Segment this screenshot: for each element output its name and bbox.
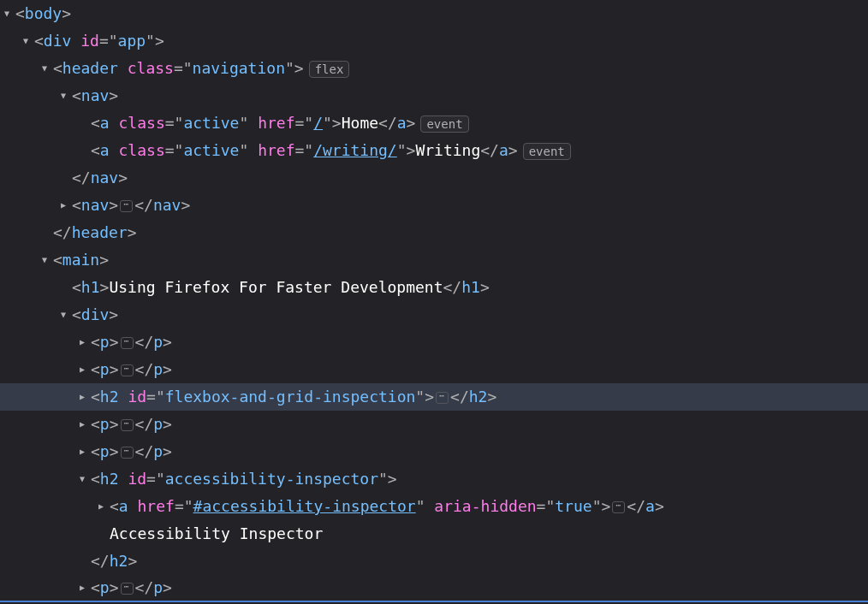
node-content: <div id="app"> [34,27,164,55]
tree-row[interactable]: </header> [0,219,868,246]
twisty-icon[interactable]: ▼ [0,0,14,27]
node-content: </nav> [72,164,128,192]
tag-name: main [62,251,99,269]
tag-name: p [153,578,163,596]
tree-row[interactable]: ▶<nav>⋯</nav> [0,192,868,219]
tree-row[interactable]: <a class="active" href="/writing/">Writi… [0,137,868,164]
attr-name: id [80,32,99,50]
twisty-icon[interactable]: ▶ [94,493,108,520]
tag-name: a [499,141,508,159]
twisty-icon[interactable]: ▼ [38,55,51,82]
twisty-icon[interactable]: ▼ [56,82,70,110]
attr-value: accessibility-inspector [165,470,378,488]
attr-name: id [128,470,146,488]
tree-row[interactable]: ▼<body> [0,0,868,27]
twisty-icon[interactable]: ▶ [75,356,89,383]
tag-name: nav [81,86,110,104]
tag-name: div [81,305,110,323]
tree-row[interactable]: </nav> [0,164,868,192]
tree-row[interactable]: ▼<nav> [0,82,868,110]
node-content: <p>⋯</p> [91,356,172,383]
ellipsis-icon[interactable]: ⋯ [121,583,134,595]
tag-name: header [62,59,118,77]
attr-name: href [258,114,294,132]
node-content: <nav> [72,82,118,110]
tag-name: p [153,333,163,351]
tree-row[interactable]: ▼<div> [0,301,868,329]
tree-row[interactable]: ▶<h2 id="flexbox-and-grid-inspection">⋯<… [0,383,868,411]
ellipsis-icon[interactable]: ⋯ [121,419,134,431]
tree-row[interactable]: <h1>Using Firefox For Faster Development… [0,274,868,301]
tag-name: a [119,497,128,515]
tag-name: p [100,415,110,433]
twisty-icon[interactable]: ▼ [38,246,51,274]
tag-name: h2 [110,552,128,570]
twisty-icon[interactable]: ▼ [75,465,89,493]
tree-row[interactable]: ▼<div id="app"> [0,27,868,55]
tree-row[interactable]: ▼<main> [0,246,868,274]
twisty-icon[interactable]: ▶ [56,192,70,219]
tree-row[interactable]: ▶<p>⋯</p> [0,356,868,383]
tag-name: p [100,333,110,351]
attr-value: /writing/ [313,141,397,159]
event-badge[interactable]: event [420,115,468,133]
text-content: Home [342,114,378,132]
attr-name: class [128,59,174,77]
attr-name: class [119,141,165,159]
attr-value: / [313,114,323,132]
attr-name: aria-hidden [434,497,536,515]
tree-row[interactable]: <a class="active" href="/">Home</a>event [0,110,868,137]
tree-row[interactable]: </h2> [0,548,868,575]
tag-name: nav [153,196,181,214]
tag-name: body [25,4,62,22]
tree-row[interactable]: ▶<p>⋯</p> [0,438,868,465]
ellipsis-icon[interactable]: ⋯ [121,447,134,459]
node-content: <div> [72,301,118,329]
twisty-icon[interactable]: ▶ [75,438,89,465]
attr-value: app [118,32,146,50]
event-badge[interactable]: event [523,143,571,160]
twisty-icon[interactable]: ▼ [19,27,33,55]
twisty-icon[interactable]: ▶ [75,411,89,438]
tag-name: p [100,442,110,460]
twisty-icon[interactable]: ▶ [75,329,89,356]
tree-row[interactable]: Accessibility Inspector [0,520,868,548]
node-content: <p>⋯</p> [91,329,172,356]
ellipsis-icon[interactable]: ⋯ [120,200,133,212]
twisty-icon[interactable]: ▶ [75,383,89,411]
ellipsis-icon[interactable]: ⋯ [121,364,134,376]
attr-name: href [258,141,294,159]
tag-name: a [397,114,407,132]
attr-value: flexbox-and-grid-inspection [165,388,416,406]
dom-tree[interactable]: ▼<body>▼<div id="app">▼<header class="na… [0,0,868,602]
tree-row[interactable]: ▶<p>⋯</p> [0,575,868,602]
tag-name: p [153,415,163,433]
text-content: Writing [415,141,480,159]
twisty-icon[interactable]: ▶ [75,574,89,601]
flex-badge[interactable]: flex [309,61,350,78]
attr-value: active [183,114,239,132]
node-content: <body> [15,0,71,27]
tag-name: p [100,578,110,596]
node-content: <a class="active" href="/writing/">Writi… [91,137,571,164]
ellipsis-icon[interactable]: ⋯ [121,337,134,349]
tree-row[interactable]: ▼<header class="navigation">flex [0,55,868,82]
node-content: <p>⋯</p> [91,438,172,465]
tree-row[interactable]: ▼<h2 id="accessibility-inspector"> [0,465,868,493]
attr-name: id [128,388,146,406]
node-content: <p>⋯</p> [91,411,172,438]
node-content: <a href="#accessibility-inspector" aria-… [110,493,664,520]
node-content: <p>⋯</p> [91,574,172,601]
twisty-icon[interactable]: ▼ [56,301,70,329]
tag-name: h1 [461,278,480,296]
tree-row[interactable]: ▶<p>⋯</p> [0,411,868,438]
tag-name: a [645,497,655,515]
ellipsis-icon[interactable]: ⋯ [436,392,449,404]
ellipsis-icon[interactable]: ⋯ [612,501,625,513]
tree-row[interactable]: ▶<a href="#accessibility-inspector" aria… [0,493,868,520]
text-content: Accessibility Inspector [110,524,323,542]
tree-row[interactable]: ▶<p>⋯</p> [0,329,868,356]
attr-value: #accessibility-inspector [193,497,416,515]
node-content: <nav>⋯</nav> [72,192,190,219]
tag-name: nav [91,169,119,187]
